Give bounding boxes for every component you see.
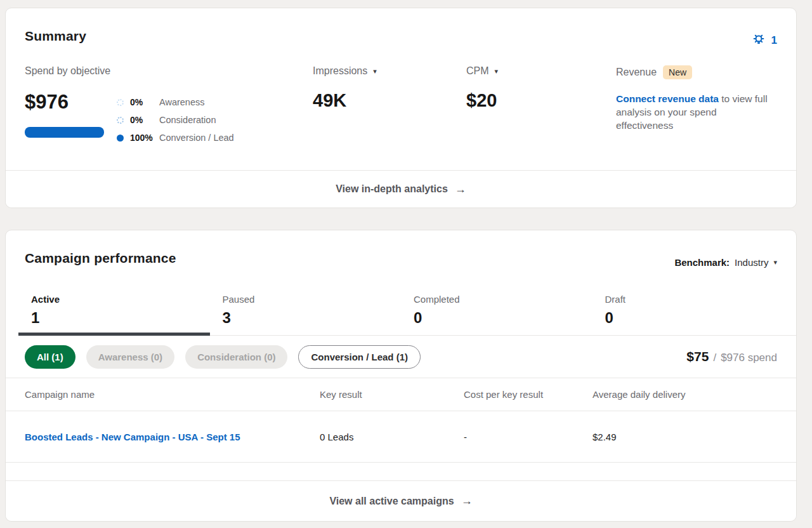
filter-pill-conversion-lead[interactable]: Conversion / Lead (1) bbox=[298, 345, 421, 369]
legend-item-awareness: 0% Awareness bbox=[117, 93, 234, 111]
spent-amount: $75 bbox=[686, 349, 709, 364]
header-campaign-name: Campaign name bbox=[25, 389, 320, 400]
tab-paused-count: 3 bbox=[223, 309, 402, 327]
revenue-description: Connect revenue data to view full analys… bbox=[616, 92, 773, 132]
tab-paused[interactable]: Paused 3 bbox=[210, 288, 402, 335]
impressions-value: 49K bbox=[313, 90, 466, 111]
benchmark-value: Industry bbox=[735, 257, 768, 268]
total-spend-label: $976 spend bbox=[721, 352, 777, 364]
impressions-metric: Impressions ▾ 49K bbox=[313, 65, 466, 147]
tab-draft-count: 0 bbox=[605, 309, 784, 327]
summary-card: Summary 1 Spend by objective $976 bbox=[5, 8, 797, 208]
cpm-value: $20 bbox=[466, 90, 616, 111]
header-cost-per-key-result: Cost per key result bbox=[464, 389, 593, 400]
summary-body: Spend by objective $976 0% Awareness 0% bbox=[6, 65, 796, 147]
header-key-result: Key result bbox=[320, 389, 464, 400]
spend-separator: / bbox=[713, 352, 716, 364]
spend-by-objective-label: Spend by objective bbox=[25, 65, 313, 77]
tab-completed-label: Completed bbox=[414, 294, 593, 305]
cpm-label: CPM bbox=[466, 65, 489, 77]
insights-button[interactable]: 1 bbox=[750, 31, 777, 50]
insights-count: 1 bbox=[771, 34, 777, 47]
tab-paused-label: Paused bbox=[223, 294, 402, 305]
objective-filter-row: All (1) Awareness (0) Consideration (0) … bbox=[6, 336, 796, 378]
conversion-percent: 100% bbox=[130, 133, 159, 143]
revenue-section: Revenue New Connect revenue data to view… bbox=[616, 65, 777, 147]
tab-completed-count: 0 bbox=[414, 309, 593, 327]
campaign-performance-title: Campaign performance bbox=[25, 251, 176, 266]
total-spend-amount: $976 bbox=[25, 91, 117, 114]
campaign-performance-card: Campaign performance Benchmark: Industry… bbox=[5, 230, 797, 522]
view-in-depth-analytics-link[interactable]: View in-depth analytics → bbox=[6, 170, 796, 208]
campaign-performance-header: Campaign performance Benchmark: Industry… bbox=[6, 230, 796, 268]
tab-active-count: 1 bbox=[31, 309, 210, 327]
cpm-metric: CPM ▾ $20 bbox=[466, 65, 616, 147]
legend-item-consideration: 0% Consideration bbox=[117, 111, 234, 129]
cell-average-daily-delivery: $2.49 bbox=[593, 432, 777, 442]
caret-down-icon: ▾ bbox=[373, 68, 377, 75]
cpm-dropdown[interactable]: CPM ▾ bbox=[466, 65, 616, 77]
summary-title: Summary bbox=[25, 29, 86, 44]
benchmark-label: Benchmark: bbox=[674, 257, 730, 268]
caret-down-icon: ▾ bbox=[495, 68, 499, 75]
consideration-label: Consideration bbox=[159, 115, 216, 125]
spend-summary: $75 / $976 spend bbox=[686, 349, 777, 364]
tab-active[interactable]: Active 1 bbox=[18, 288, 210, 335]
arrow-right-icon: → bbox=[455, 183, 466, 196]
tab-draft-label: Draft bbox=[605, 294, 784, 305]
view-in-depth-analytics-label: View in-depth analytics bbox=[336, 183, 448, 195]
awareness-label: Awareness bbox=[159, 97, 204, 107]
status-tabs: Active 1 Paused 3 Completed 0 Draft 0 bbox=[18, 288, 796, 336]
tab-active-label: Active bbox=[31, 294, 210, 305]
awareness-dot-icon bbox=[117, 99, 124, 106]
table-row: Boosted Leads - New Campaign - USA - Sep… bbox=[6, 411, 796, 463]
view-all-active-campaigns-label: View all active campaigns bbox=[329, 496, 454, 507]
impressions-dropdown[interactable]: Impressions ▾ bbox=[313, 65, 466, 77]
consideration-dot-icon bbox=[117, 117, 124, 124]
awareness-percent: 0% bbox=[130, 97, 159, 107]
legend-item-conversion: 100% Conversion / Lead bbox=[117, 129, 234, 147]
cell-key-result: 0 Leads bbox=[320, 432, 464, 442]
arrow-right-icon: → bbox=[461, 494, 473, 508]
spend-progress-bar bbox=[25, 127, 104, 138]
campaign-name-link[interactable]: Boosted Leads - New Campaign - USA - Sep… bbox=[25, 432, 240, 442]
caret-down-icon: ▾ bbox=[773, 259, 777, 266]
view-all-active-campaigns-link[interactable]: View all active campaigns → bbox=[6, 480, 796, 521]
impressions-label: Impressions bbox=[313, 65, 367, 77]
filter-pill-consideration[interactable]: Consideration (0) bbox=[185, 345, 287, 369]
objective-legend: 0% Awareness 0% Consideration 100% Conve… bbox=[117, 93, 234, 147]
cell-cost-per-key-result: - bbox=[464, 432, 593, 442]
new-badge: New bbox=[663, 65, 692, 79]
lightbulb-icon bbox=[750, 31, 767, 50]
header-average-daily-delivery: Average daily delivery bbox=[593, 389, 777, 400]
conversion-dot-icon bbox=[117, 135, 124, 142]
connect-revenue-data-link[interactable]: Connect revenue data bbox=[616, 93, 719, 104]
conversion-label: Conversion / Lead bbox=[159, 133, 234, 143]
benchmark-dropdown[interactable]: Benchmark: Industry ▾ bbox=[674, 257, 777, 268]
filter-pill-all[interactable]: All (1) bbox=[25, 345, 75, 369]
summary-header: Summary 1 bbox=[6, 8, 796, 50]
revenue-label: Revenue bbox=[616, 67, 657, 78]
table-header-row: Campaign name Key result Cost per key re… bbox=[6, 378, 796, 411]
filter-pill-awareness[interactable]: Awareness (0) bbox=[86, 345, 174, 369]
spend-by-objective-section: Spend by objective $976 0% Awareness 0% bbox=[25, 65, 313, 147]
tab-completed[interactable]: Completed 0 bbox=[401, 288, 593, 335]
consideration-percent: 0% bbox=[130, 115, 159, 125]
tab-draft[interactable]: Draft 0 bbox=[593, 288, 784, 335]
